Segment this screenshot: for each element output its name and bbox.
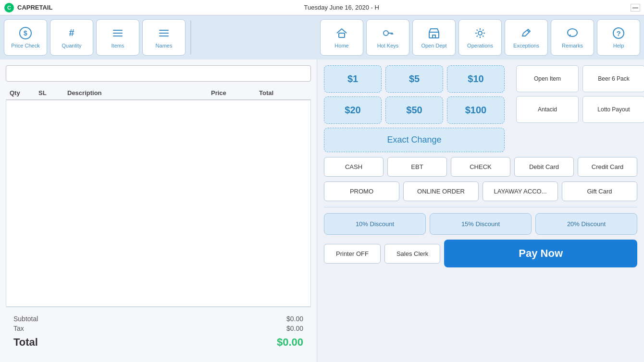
price-check-button[interactable]: $ Price Check	[4, 19, 47, 56]
list-alt-icon	[157, 26, 171, 40]
quick-items-grid: Open Item Beer 6 Pack Antacid Lotto Payo…	[516, 65, 644, 123]
totals-panel: Subtotal $0.00 Tax $0.00 Total $0.00	[6, 307, 311, 356]
header: C CAPRETAIL Tuesday June 16, 2020 - H —	[0, 0, 644, 15]
table-header: Qty SL Description Price Total	[6, 86, 311, 100]
open-item-button[interactable]: Open Item	[516, 65, 579, 92]
remarks-button[interactable]: Remarks	[551, 19, 594, 56]
svg-rect-10	[159, 36, 169, 36]
svg-text:$: $	[24, 29, 27, 37]
gift-card-button[interactable]: Gift Card	[562, 181, 637, 201]
svg-rect-8	[159, 30, 169, 31]
discount-15-button[interactable]: 15% Discount	[430, 213, 532, 235]
footer-row: Printer OFF Sales Clerk Pay Now	[324, 240, 637, 267]
antacid-button[interactable]: Antacid	[516, 96, 579, 123]
svg-point-12	[384, 31, 388, 36]
discount-grid: 10% Discount 15% Discount 20% Discount	[324, 213, 637, 235]
tender-col: $1 $5 $10 $20 $50 $100 Exact Change	[324, 65, 505, 152]
tender-1[interactable]: $1	[324, 65, 382, 93]
cash-button[interactable]: CASH	[324, 157, 384, 177]
main-area: Qty SL Description Price Total Subtotal …	[0, 60, 644, 362]
exceptions-button[interactable]: Exceptions	[505, 19, 548, 56]
toolbar-right: Home Hot Keys Open Dept Operations Excep…	[320, 19, 640, 56]
ebt-button[interactable]: EBT	[387, 157, 447, 177]
svg-rect-9	[159, 33, 169, 34]
quantity-button[interactable]: # Quantity	[50, 19, 93, 56]
svg-text:C: C	[7, 5, 11, 11]
toolbar: $ Price Check # Quantity Items Names Hom…	[0, 15, 644, 60]
svg-text:#: #	[69, 27, 74, 38]
svg-rect-7	[113, 36, 123, 36]
header-date: Tuesday June 16, 2020 - H	[304, 4, 379, 11]
items-button[interactable]: Items	[96, 19, 139, 56]
hash-icon: #	[65, 26, 78, 40]
search-input[interactable]	[6, 65, 311, 82]
tender-10[interactable]: $10	[447, 65, 505, 93]
credit-card-button[interactable]: Credit Card	[578, 157, 637, 177]
gear-icon	[473, 26, 487, 40]
payment-methods-row2: PROMO ONLINE ORDER LAYAWAY ACCO... Gift …	[324, 181, 637, 201]
table-body	[6, 100, 311, 307]
sales-clerk-button[interactable]: Sales Clerk	[384, 244, 440, 264]
layaway-button[interactable]: LAYAWAY ACCO...	[483, 181, 558, 201]
tender-amounts-grid: $1 $5 $10 $20 $50 $100	[324, 65, 505, 124]
online-order-button[interactable]: ONLINE ORDER	[403, 181, 479, 201]
svg-rect-11	[339, 33, 345, 37]
subtotal-row: Subtotal $0.00	[13, 314, 303, 324]
tender-section: $1 $5 $10 $20 $50 $100 Exact Change Open…	[324, 65, 637, 152]
hot-keys-button[interactable]: Hot Keys	[366, 19, 409, 56]
right-panel: $1 $5 $10 $20 $50 $100 Exact Change Open…	[317, 60, 644, 362]
svg-point-14	[478, 31, 482, 35]
dollar-icon: $	[19, 26, 32, 40]
home-button[interactable]: Home	[320, 19, 363, 56]
list-icon	[111, 26, 124, 40]
toolbar-left: $ Price Check # Quantity Items Names	[4, 19, 186, 56]
tender-100[interactable]: $100	[447, 97, 505, 124]
toolbar-separator	[190, 21, 191, 54]
left-panel: Qty SL Description Price Total Subtotal …	[0, 60, 317, 362]
help-button[interactable]: ? Help	[597, 19, 640, 56]
tender-5[interactable]: $5	[385, 65, 443, 93]
printer-off-button[interactable]: Printer OFF	[324, 244, 381, 264]
beer-6-pack-button[interactable]: Beer 6 Pack	[582, 65, 644, 92]
debit-card-button[interactable]: Debit Card	[514, 157, 574, 177]
logo: C CAPRETAIL	[4, 2, 52, 13]
chat-icon	[566, 26, 579, 40]
question-icon: ?	[612, 26, 625, 40]
promo-button[interactable]: PROMO	[324, 181, 399, 201]
open-dept-button[interactable]: Open Dept	[412, 19, 456, 56]
discount-10-button[interactable]: 10% Discount	[324, 213, 426, 235]
svg-rect-6	[113, 33, 123, 34]
names-button[interactable]: Names	[142, 19, 186, 56]
svg-rect-5	[113, 30, 123, 31]
lotto-payout-button[interactable]: Lotto Payout	[582, 96, 644, 123]
home-icon	[335, 26, 348, 40]
svg-text:?: ?	[616, 29, 620, 37]
grand-total-row: Total $0.00	[13, 335, 303, 350]
logo-icon: C	[4, 2, 14, 13]
operations-button[interactable]: Operations	[458, 19, 502, 56]
pay-now-button[interactable]: Pay Now	[444, 240, 637, 267]
shop-icon	[427, 26, 441, 40]
tender-50[interactable]: $50	[385, 97, 443, 124]
check-button[interactable]: CHECK	[451, 157, 510, 177]
edit-icon	[520, 26, 533, 40]
exact-change-button[interactable]: Exact Change	[324, 128, 505, 152]
divider	[324, 207, 637, 207]
minimize-button[interactable]: —	[631, 4, 640, 12]
key-icon	[381, 26, 395, 40]
discount-20-button[interactable]: 20% Discount	[535, 213, 637, 235]
tax-row: Tax $0.00	[13, 324, 303, 333]
svg-point-15	[568, 29, 577, 36]
payment-methods-row1: CASH EBT CHECK Debit Card Credit Card	[324, 157, 637, 177]
tender-20[interactable]: $20	[324, 97, 382, 124]
